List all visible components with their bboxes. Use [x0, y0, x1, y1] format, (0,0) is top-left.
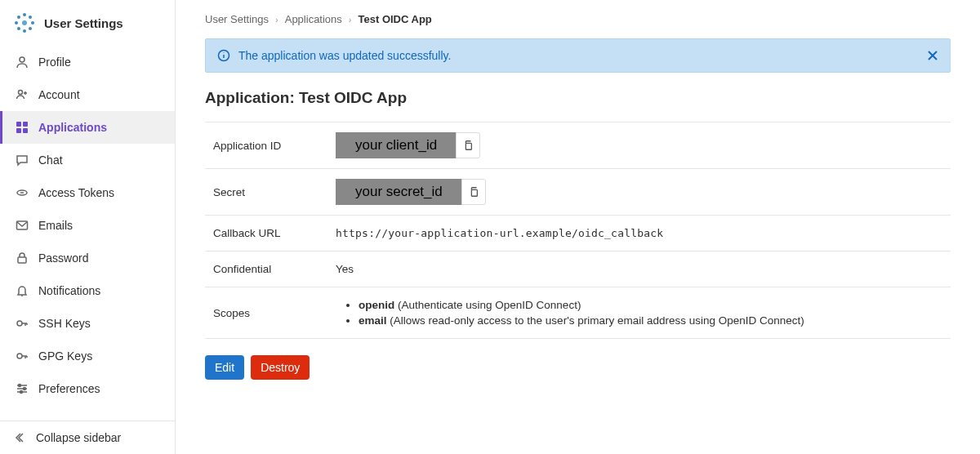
scope-item: email (Allows read-only access to the us…	[359, 313, 942, 328]
chevron-right-icon: ›	[349, 15, 352, 24]
sidebar-item-preferences[interactable]: Preferences	[0, 372, 175, 405]
field-label: Confidential	[205, 251, 327, 287]
sidebar-item-label: Access Tokens	[38, 186, 114, 199]
table-row: Confidential Yes	[205, 251, 951, 287]
sidebar-title: User Settings	[44, 16, 123, 30]
collapse-sidebar-button[interactable]: Collapse sidebar	[0, 421, 175, 454]
sidebar-item-gpg-keys[interactable]: GPG Keys	[0, 340, 175, 372]
svg-rect-11	[16, 122, 21, 127]
table-row: Callback URL https://your-application-ur…	[205, 216, 951, 251]
table-row: Secret your secret_id	[205, 169, 951, 216]
scopes-value: openid (Authenticate using OpenID Connec…	[327, 287, 951, 339]
svg-rect-13	[16, 128, 21, 133]
field-label: Callback URL	[205, 216, 327, 251]
preferences-icon	[16, 382, 29, 395]
sidebar-item-ssh-keys[interactable]: SSH Keys	[0, 307, 175, 340]
breadcrumb-item[interactable]: Applications	[285, 13, 342, 25]
field-label: Scopes	[205, 287, 327, 339]
main-content: User Settings › Applications › Test OIDC…	[176, 0, 980, 454]
callback-url-value: https://your-application-url.example/oid…	[327, 216, 951, 251]
scope-desc: (Allows read-only access to the user's p…	[387, 314, 804, 327]
password-icon	[16, 251, 29, 265]
confidential-value: Yes	[327, 251, 951, 287]
svg-point-19	[17, 354, 22, 358]
svg-point-21	[24, 388, 26, 390]
svg-point-2	[15, 21, 18, 24]
sidebar-item-password[interactable]: Password	[0, 242, 175, 274]
page-title: Application: Test OIDC App	[205, 89, 951, 107]
copy-icon	[462, 140, 474, 151]
sidebar-nav: Profile Account Applications Chat Access…	[0, 46, 175, 421]
sidebar-item-profile[interactable]: Profile	[0, 46, 175, 78]
sidebar-item-label: Profile	[38, 56, 71, 69]
sidebar-item-label: Password	[38, 251, 88, 265]
emails-icon	[16, 219, 29, 232]
destroy-button[interactable]: Destroy	[251, 355, 310, 380]
copy-secret-button[interactable]	[461, 179, 486, 205]
sidebar-item-chat[interactable]: Chat	[0, 144, 175, 176]
breadcrumb-item-current: Test OIDC App	[359, 13, 432, 25]
svg-point-4	[17, 16, 20, 19]
svg-point-1	[23, 29, 26, 33]
sidebar-item-label: Emails	[38, 219, 73, 232]
table-row: Scopes openid (Authenticate using OpenID…	[205, 287, 951, 339]
field-label: Application ID	[205, 122, 327, 169]
sidebar-item-notifications[interactable]: Notifications	[0, 274, 175, 307]
table-row: Application ID your client_id	[205, 122, 951, 169]
close-icon[interactable]	[927, 50, 938, 61]
sidebar-item-label: Preferences	[38, 382, 100, 395]
page-title-name: Test OIDC App	[299, 89, 407, 106]
sidebar-item-emails[interactable]: Emails	[0, 209, 175, 242]
application-details-table: Application ID your client_id Secret you…	[205, 122, 951, 339]
app-logo-icon	[13, 11, 36, 34]
svg-point-0	[23, 13, 26, 16]
svg-point-9	[20, 57, 24, 62]
gpg-keys-icon	[16, 349, 29, 363]
copy-application-id-button[interactable]	[456, 132, 480, 158]
sidebar-item-label: GPG Keys	[38, 349, 92, 363]
svg-point-5	[29, 16, 32, 19]
alert-message: The application was updated successfully…	[238, 49, 451, 62]
access-tokens-icon	[16, 186, 29, 199]
scope-name: email	[359, 314, 387, 327]
chevron-right-icon: ›	[275, 15, 278, 24]
svg-point-20	[19, 385, 21, 387]
chat-icon	[16, 154, 29, 167]
scope-name: openid	[359, 299, 394, 311]
breadcrumb-item[interactable]: User Settings	[205, 13, 269, 25]
svg-rect-14	[23, 128, 28, 133]
sidebar-header: User Settings	[0, 0, 175, 46]
collapse-icon	[13, 431, 26, 444]
scope-desc: (Authenticate using OpenID Connect)	[394, 299, 581, 311]
action-bar: Edit Destroy	[205, 355, 951, 380]
account-icon	[16, 88, 29, 101]
sidebar-item-label: Notifications	[38, 284, 100, 297]
sidebar-item-account[interactable]: Account	[0, 78, 175, 111]
svg-point-3	[31, 21, 34, 24]
sidebar-item-access-tokens[interactable]: Access Tokens	[0, 176, 175, 209]
sidebar-item-label: SSH Keys	[38, 317, 91, 330]
success-alert: The application was updated successfully…	[205, 38, 951, 73]
sidebar: User Settings Profile Account Applicatio…	[0, 0, 176, 454]
info-icon	[217, 49, 230, 62]
notifications-icon	[16, 284, 29, 297]
svg-point-7	[29, 27, 32, 30]
svg-rect-17	[18, 257, 26, 263]
field-label: Secret	[205, 169, 327, 216]
field-value: your secret_id	[327, 169, 951, 216]
profile-icon	[16, 56, 29, 69]
secret-value: your secret_id	[336, 179, 462, 205]
application-id-value: your client_id	[336, 132, 457, 158]
applications-icon	[16, 121, 29, 134]
sidebar-item-label: Applications	[38, 121, 107, 134]
breadcrumb: User Settings › Applications › Test OIDC…	[205, 13, 951, 25]
page-title-prefix: Application:	[205, 89, 299, 106]
svg-point-6	[17, 27, 20, 30]
svg-point-22	[20, 391, 23, 394]
svg-point-18	[17, 321, 22, 326]
copy-icon	[468, 186, 479, 198]
sidebar-item-applications[interactable]: Applications	[0, 111, 175, 144]
svg-point-8	[22, 20, 27, 25]
sidebar-item-label: Chat	[38, 154, 63, 167]
edit-button[interactable]: Edit	[205, 355, 244, 380]
